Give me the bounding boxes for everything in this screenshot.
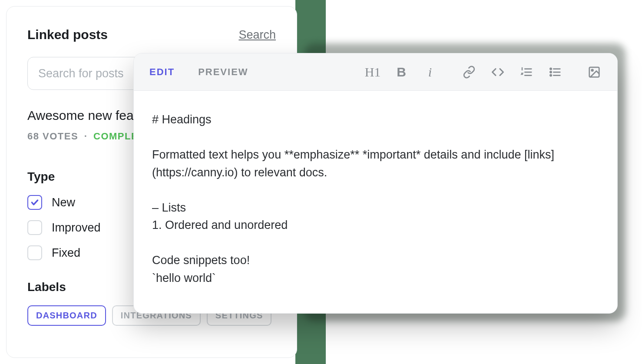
unordered-list-icon[interactable] [548, 65, 563, 79]
vote-count: 68 VOTES [27, 131, 78, 142]
editor-toolbar: EDIT PREVIEW H1 B i [134, 53, 617, 91]
ordered-list-icon[interactable] [519, 65, 534, 79]
link-icon[interactable] [462, 65, 477, 79]
search-link[interactable]: Search [238, 28, 276, 42]
svg-point-10 [592, 69, 593, 71]
checkbox-checked-icon [27, 195, 42, 210]
tab-edit[interactable]: EDIT [149, 66, 175, 78]
svg-point-7 [550, 71, 551, 73]
editor-textarea[interactable]: # Headings Formatted text helps you **em… [134, 91, 617, 307]
tab-preview[interactable]: PREVIEW [198, 66, 248, 78]
italic-icon[interactable]: i [423, 65, 437, 79]
checkbox-unchecked-icon [27, 245, 42, 260]
svg-point-6 [550, 68, 551, 69]
editor-panel: EDIT PREVIEW H1 B i # Headings Formatted… [133, 53, 618, 314]
label-chip-dashboard[interactable]: DASHBOARD [27, 305, 106, 326]
code-icon[interactable] [490, 65, 505, 79]
svg-point-8 [550, 74, 551, 76]
post-status: COMPLE [93, 131, 138, 142]
linked-posts-title: Linked posts [27, 27, 108, 42]
type-label: Improved [52, 221, 101, 235]
image-icon[interactable] [587, 65, 602, 79]
type-label: New [52, 196, 75, 209]
heading-icon[interactable]: H1 [365, 65, 380, 79]
bold-icon[interactable]: B [394, 65, 409, 79]
meta-dot: · [84, 131, 88, 142]
type-label: Fixed [52, 246, 80, 260]
linked-posts-header: Linked posts Search [27, 27, 276, 42]
checkbox-unchecked-icon [27, 220, 42, 235]
